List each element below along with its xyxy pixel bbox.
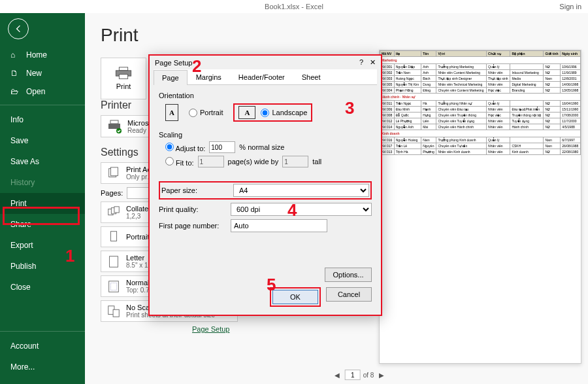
fit-wide-input[interactable] xyxy=(198,156,224,167)
svg-rect-10 xyxy=(114,206,119,212)
print-preview: Mã NVHọTênVị tríChức vụBộ phậnGiới tínhN… xyxy=(379,50,581,364)
tab-sheet[interactable]: Sheet xyxy=(293,69,329,84)
svg-rect-7 xyxy=(110,167,118,175)
sidebar-save[interactable]: Save xyxy=(0,130,85,151)
sidebar-print[interactable]: Print xyxy=(0,193,85,214)
sidebar-new[interactable]: 🗋New xyxy=(0,64,85,82)
portrait-icon xyxy=(106,230,121,244)
radio-adjust-to[interactable]: Adjust to: xyxy=(165,143,205,152)
print-quality-select[interactable]: 600 dpi xyxy=(231,203,372,216)
next-page-arrow[interactable]: ▶ xyxy=(376,372,387,379)
arrow-left-icon xyxy=(13,24,24,34)
svg-rect-16 xyxy=(113,309,119,317)
dialog-close-button[interactable]: ✕ xyxy=(370,58,376,67)
dialog-tabs: Page Margins Header/Footer Sheet xyxy=(154,69,377,85)
svg-rect-2 xyxy=(119,75,127,79)
preview-table: Mã NVHọTênVị tríChức vụBộ phậnGiới tínhN… xyxy=(380,50,581,155)
anno-1: 1 xyxy=(65,246,74,266)
page-title: Print xyxy=(101,25,588,46)
portrait-preview-icon: A xyxy=(165,104,178,121)
collated-icon xyxy=(106,205,121,220)
page-number-input[interactable] xyxy=(345,370,361,380)
preview-pager: ◀ of 8 ▶ xyxy=(332,370,387,380)
paper-size-select[interactable]: A4 xyxy=(233,184,369,197)
prev-page-arrow[interactable]: ◀ xyxy=(332,372,342,379)
sidebar-open[interactable]: 🗁Open xyxy=(0,82,85,101)
sidebar-more[interactable]: More... xyxy=(0,357,85,377)
radio-portrait[interactable]: Portrait xyxy=(189,109,223,117)
sidebar-account[interactable]: Account xyxy=(0,336,85,357)
back-button[interactable] xyxy=(8,18,29,39)
tab-page[interactable]: Page xyxy=(154,70,188,85)
options-button[interactable]: Options... xyxy=(325,268,372,282)
svg-rect-4 xyxy=(110,120,118,124)
sidebar-history: History xyxy=(0,172,85,193)
dialog-title: Page Setup xyxy=(155,59,193,67)
adjust-percent-input[interactable] xyxy=(209,141,235,153)
sidebar-info[interactable]: Info xyxy=(0,109,85,130)
orientation-label: Orientation xyxy=(159,92,372,99)
backstage-sidebar: ⌂Home 🗋New 🗁Open Info Save Save As Histo… xyxy=(0,13,85,384)
app-title: Book1.xlsx - Excel xyxy=(265,3,323,10)
margins-icon xyxy=(106,279,121,294)
svg-rect-12 xyxy=(110,256,118,267)
anno-3: 3 xyxy=(345,98,354,118)
cancel-button[interactable]: Cancel xyxy=(326,287,372,302)
first-page-input[interactable] xyxy=(231,219,327,232)
fit-tall-input[interactable] xyxy=(282,156,308,167)
scaling-icon xyxy=(106,304,121,319)
ok-button[interactable]: OK xyxy=(272,290,318,304)
pages-from-input[interactable] xyxy=(127,187,149,199)
print-quality-row: Print quality: 600 dpi xyxy=(159,203,372,216)
sidebar-share[interactable]: Share xyxy=(0,214,85,235)
radio-fit-to[interactable]: Fit to: xyxy=(165,157,194,167)
sheets-icon xyxy=(106,166,121,181)
titlebar: Book1.xlsx - Excel Sign in xyxy=(0,0,588,13)
paper-icon xyxy=(106,254,121,269)
radio-landscape[interactable]: Landscape xyxy=(261,109,307,117)
sidebar-close[interactable]: Close xyxy=(0,277,85,298)
printer-icon xyxy=(114,67,133,80)
tab-header-footer[interactable]: Header/Footer xyxy=(230,69,293,84)
anno-2: 2 xyxy=(192,56,201,77)
landscape-preview-icon: A xyxy=(238,106,255,119)
first-page-row: First page number: xyxy=(159,219,372,232)
svg-rect-11 xyxy=(110,232,116,241)
sidebar-saveas[interactable]: Save As xyxy=(0,151,85,172)
svg-rect-3 xyxy=(108,124,120,129)
svg-rect-0 xyxy=(119,67,127,71)
page-setup-dialog: Page Setup ? ✕ Page Margins Header/Foote… xyxy=(148,54,382,316)
printer-ready-icon xyxy=(106,118,122,134)
paper-size-row: Paper size: A4 xyxy=(159,181,372,200)
anno-4: 4 xyxy=(287,200,297,220)
dialog-help-button[interactable]: ? xyxy=(359,58,363,67)
sidebar-home[interactable]: ⌂Home xyxy=(0,46,85,64)
anno-5: 5 xyxy=(267,275,276,295)
scaling-label: Scaling xyxy=(159,131,372,139)
signin-link[interactable]: Sign in xyxy=(559,3,581,10)
print-button[interactable]: Print xyxy=(101,58,146,99)
